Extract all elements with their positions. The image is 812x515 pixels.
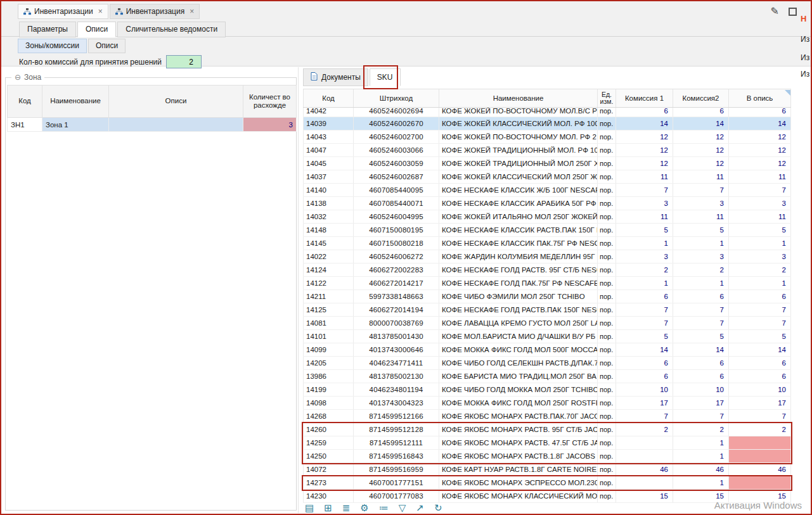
- sku-commission2-cell[interactable]: 11: [673, 210, 729, 223]
- sku-commission1-cell[interactable]: 3: [616, 197, 673, 210]
- sku-row[interactable]: 141404607085440095КОФЕ НЕСКАФЕ КЛАССИК Ж…: [303, 184, 791, 197]
- sku-commission2-cell[interactable]: 6: [673, 108, 729, 117]
- sku-code-cell[interactable]: 14043: [303, 130, 354, 143]
- sku-unit-cell[interactable]: пор.: [598, 490, 616, 502]
- sku-row[interactable]: 139864813785002130КОФЕ БАРИСТА МИО ТРАДИ…: [303, 370, 791, 383]
- sku-name-cell[interactable]: КОФЕ ЯКОБС МОНАРХ РАСТВ.ПАК.70Г JACOB: [439, 410, 598, 423]
- sku-commission1-cell[interactable]: 5: [616, 330, 673, 343]
- sku-commission1-cell[interactable]: [616, 450, 673, 462]
- sku-barcode-cell[interactable]: 4046234771411: [354, 357, 439, 369]
- sku-name-cell[interactable]: КОФЕ НЕСКАФЕ ГОЛД РАСТВ.ПАК 150Г NESC: [439, 303, 598, 316]
- sku-inventory-cell[interactable]: 12: [729, 157, 791, 170]
- sku-row[interactable]: 141244606272002283КОФЕ НЕСКАФЕ ГОЛД РАСТ…: [303, 264, 791, 277]
- sku-unit-cell[interactable]: пор.: [598, 343, 616, 356]
- sku-row[interactable]: 141994046234801194КОФЕ ЧИБО ГОЛД МОККА М…: [303, 383, 791, 397]
- sku-column-header[interactable]: Штрихкод: [354, 89, 439, 107]
- zone-column-header[interactable]: Код: [7, 85, 42, 118]
- sku-row[interactable]: 140984013743004323КОФЕ МОККА ФИКС ГОЛД М…: [303, 397, 791, 410]
- sku-code-cell[interactable]: 14037: [303, 170, 354, 183]
- sku-unit-cell[interactable]: пор.: [598, 383, 616, 396]
- sku-code-cell[interactable]: 14140: [303, 184, 354, 196]
- sku-barcode-cell[interactable]: 4605246003059: [354, 157, 439, 170]
- sku-inventory-cell[interactable]: 5: [729, 330, 791, 343]
- sku-code-cell[interactable]: 14230: [303, 490, 354, 502]
- sku-commission2-cell[interactable]: 6: [673, 290, 729, 303]
- sku-name-cell[interactable]: КОФЕ ЖОКЕЙ ПО-ВОСТОЧНОМУ МОЛ.В/С Р: [439, 108, 598, 117]
- sku-commission2-cell[interactable]: 12: [673, 130, 729, 143]
- sku-row[interactable]: 140818000070038769КОФЕ ЛАВАЦЦА КРЕМО ГУС…: [303, 317, 791, 330]
- sku-code-cell[interactable]: 14122: [303, 277, 354, 289]
- sku-unit-cell[interactable]: пор.: [598, 450, 616, 462]
- sku-row[interactable]: 142115997338148663КОФЕ ЧИБО ФЭМИЛИ МОЛ 2…: [303, 290, 791, 303]
- sku-barcode-cell[interactable]: 8714599512111: [354, 436, 439, 449]
- sku-unit-cell[interactable]: пор.: [598, 224, 616, 236]
- sku-inventory-cell[interactable]: 2: [729, 423, 791, 436]
- sku-column-header[interactable]: В опись: [729, 89, 791, 107]
- sku-commission2-cell[interactable]: 7: [673, 410, 729, 423]
- sku-commission2-cell[interactable]: 14: [673, 343, 729, 356]
- sku-unit-cell[interactable]: пор.: [598, 117, 616, 130]
- edit-pencil-icon[interactable]: ✎: [771, 6, 779, 16]
- commission-count-input[interactable]: [166, 55, 202, 68]
- sku-inventory-cell[interactable]: [729, 476, 791, 489]
- sku-inventory-cell[interactable]: 7: [729, 410, 791, 423]
- sku-inventory-cell[interactable]: 14: [729, 343, 791, 356]
- sku-commission2-cell[interactable]: 11: [673, 170, 729, 183]
- sku-unit-cell[interactable]: пор.: [598, 197, 616, 210]
- sku-barcode-cell[interactable]: 8000070038769: [354, 317, 439, 329]
- sku-code-cell[interactable]: 14022: [303, 250, 354, 263]
- sku-barcode-cell[interactable]: 4013743004323: [354, 397, 439, 409]
- sku-inventory-cell[interactable]: 46: [729, 463, 791, 476]
- zone-row[interactable]: ЗН1Зона 13: [7, 118, 297, 132]
- close-icon[interactable]: ×: [98, 7, 103, 16]
- sku-inventory-cell[interactable]: 7: [729, 303, 791, 316]
- sku-inventory-cell[interactable]: 2: [729, 264, 791, 276]
- sku-row[interactable]: 141384607085440071КОФЕ НЕСКАФЕ КЛАССИК А…: [303, 197, 791, 210]
- sku-barcode-cell[interactable]: 4606272014217: [354, 277, 439, 289]
- export-icon[interactable]: ↗: [416, 503, 424, 512]
- sku-row[interactable]: 142598714599512111КОФЕ ЯКОБС МОНАРХ РАСТ…: [303, 436, 791, 450]
- panel-splitter[interactable]: [298, 67, 299, 513]
- sku-unit-cell[interactable]: пор.: [598, 357, 616, 369]
- sku-inventory-cell[interactable]: 11: [729, 170, 791, 183]
- sku-name-cell[interactable]: КОФЕ МОККА ФИКС ГОЛД МОЛ 500Г MOCCA: [439, 343, 598, 356]
- sku-unit-cell[interactable]: пор.: [598, 290, 616, 303]
- sku-inventory-cell[interactable]: 3: [729, 250, 791, 263]
- sku-commission2-cell[interactable]: 1: [673, 450, 729, 462]
- sku-inventory-cell[interactable]: 1: [729, 237, 791, 250]
- sku-commission2-cell[interactable]: 12: [673, 144, 729, 156]
- detail-tab-документы[interactable]: Документы: [303, 68, 368, 86]
- sku-barcode-cell[interactable]: 8714599516959: [354, 463, 439, 476]
- sku-row[interactable]: 141484607150080195КОФЕ НЕСКАФЕ КЛАССИК Р…: [303, 224, 791, 237]
- sku-commission1-cell[interactable]: 12: [616, 157, 673, 170]
- sku-commission1-cell[interactable]: 6: [616, 357, 673, 369]
- window-tab[interactable]: Инвентаризации×: [18, 4, 108, 19]
- sku-code-cell[interactable]: 14072: [303, 463, 354, 476]
- sku-code-cell[interactable]: 14099: [303, 343, 354, 356]
- sku-commission2-cell[interactable]: 3: [673, 197, 729, 210]
- sku-commission1-cell[interactable]: [616, 436, 673, 449]
- zone-column-header[interactable]: Наименование: [42, 85, 109, 118]
- sku-name-cell[interactable]: КОФЕ ЖОКЕЙ ИТАЛЬЯНО МОЛ 250Г ЖОКЕЙ: [439, 210, 598, 223]
- sku-row[interactable]: 142688714599512166КОФЕ ЯКОБС МОНАРХ РАСТ…: [303, 410, 791, 423]
- sku-commission2-cell[interactable]: 1: [673, 277, 729, 289]
- sku-name-cell[interactable]: КОФЕ МОЛ.БАРИСТА МИО Д/ЧАШКИ В/У РБ: [439, 330, 598, 343]
- sku-commission2-cell[interactable]: 7: [673, 303, 729, 316]
- sku-row[interactable]: 141014813785001430КОФЕ МОЛ.БАРИСТА МИО Д…: [303, 330, 791, 343]
- sku-inventory-cell[interactable]: 6: [729, 108, 791, 117]
- sku-commission2-cell[interactable]: 1: [673, 237, 729, 250]
- sku-row[interactable]: 142734607001777151КОФЕ ЯКОБС МОНАРХ ЭСПР…: [303, 476, 791, 490]
- sku-commission2-cell[interactable]: 2: [673, 423, 729, 436]
- sku-code-cell[interactable]: 14250: [303, 450, 354, 462]
- zone-discrepancy-cell[interactable]: 3: [243, 118, 297, 132]
- list-view-icon[interactable]: ▤: [305, 503, 314, 512]
- sku-commission1-cell[interactable]: 17: [616, 397, 673, 409]
- sku-barcode-cell[interactable]: 4607150080218: [354, 237, 439, 250]
- sku-inventory-cell[interactable]: 6: [729, 357, 791, 369]
- sku-name-cell[interactable]: КОФЕ ЧИБО ГОЛД СЕЛЕКШН РАСТВ.Д/ПАК.7: [439, 357, 598, 369]
- sku-unit-cell[interactable]: пор.: [598, 303, 616, 316]
- sku-unit-cell[interactable]: пор.: [598, 210, 616, 223]
- sku-code-cell[interactable]: 14211: [303, 290, 354, 303]
- sku-barcode-cell[interactable]: 8714599512128: [354, 423, 439, 436]
- sku-unit-cell[interactable]: пор.: [598, 277, 616, 289]
